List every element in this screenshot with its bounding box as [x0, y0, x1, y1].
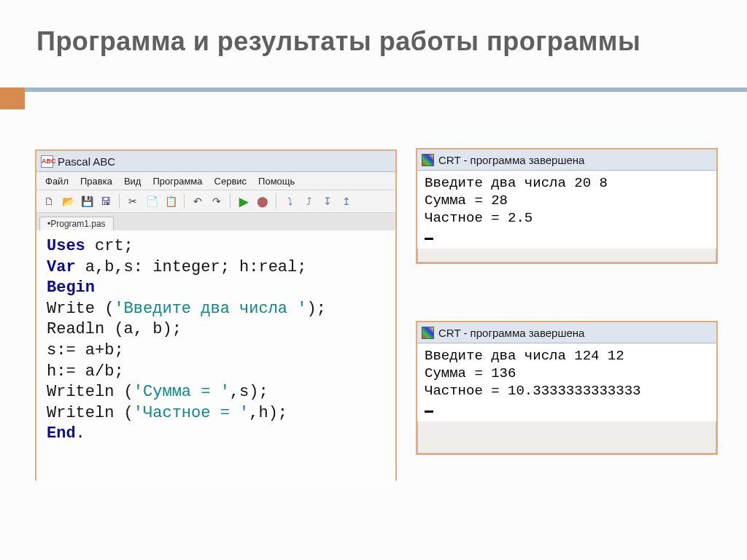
- abc-icon: ABC: [41, 155, 53, 168]
- toolbar: 🗋 📂 💾 🖫 ✂ 📄 📋 ↶ ↷ ▶ ⬤ ⤵ ⤴ ↧ ↥: [36, 190, 395, 213]
- page-title: Программа и результаты работы программы: [36, 26, 718, 57]
- run-icon[interactable]: ▶: [236, 193, 252, 209]
- undo-icon[interactable]: ↶: [190, 193, 206, 209]
- step-icon[interactable]: ⤵: [282, 193, 298, 209]
- crt-icon: [422, 327, 434, 339]
- menu-help[interactable]: Помощь: [252, 174, 301, 188]
- crt-window-1: CRT - программа завершена Введите два чи…: [416, 148, 718, 264]
- crt-icon: [422, 154, 434, 166]
- menu-program[interactable]: Программа: [147, 174, 208, 188]
- crt-window-2: CRT - программа завершена Введите два чи…: [416, 321, 718, 455]
- new-icon[interactable]: 🗋: [41, 193, 57, 209]
- menu-file[interactable]: Файл: [39, 174, 74, 188]
- crt2-titlebar: CRT - программа завершена: [417, 322, 716, 343]
- crt1-output: Введите два числа 20 8 Сумма = 28 Частно…: [417, 171, 716, 249]
- menu-edit[interactable]: Правка: [74, 174, 118, 188]
- tabbar: •Program1.pas: [36, 213, 395, 230]
- copy-icon[interactable]: 📄: [144, 193, 160, 209]
- ide-title: Pascal ABC: [58, 155, 115, 168]
- stop-icon[interactable]: ⬤: [255, 193, 271, 209]
- menubar: Файл Правка Вид Программа Сервис Помощь: [36, 172, 395, 190]
- ide-titlebar: ABC Pascal ABC: [36, 151, 395, 172]
- menu-view[interactable]: Вид: [118, 174, 147, 188]
- crt2-output: Введите два числа 124 12 Сумма = 136 Час…: [417, 343, 716, 421]
- accent-horizontal: [25, 88, 747, 92]
- editor-tab[interactable]: •Program1.pas: [39, 217, 114, 230]
- step-into-icon[interactable]: ↧: [320, 193, 336, 209]
- cut-icon[interactable]: ✂: [125, 193, 141, 209]
- crt1-title: CRT - программа завершена: [438, 154, 584, 166]
- toolbar-separator: [230, 194, 231, 209]
- crt2-title: CRT - программа завершена: [438, 327, 584, 339]
- accent-vertical: [0, 88, 25, 109]
- code-editor[interactable]: Uses crt; Var a,b,s: integer; h:real; Be…: [36, 230, 395, 490]
- save-all-icon[interactable]: 🖫: [98, 193, 114, 209]
- open-icon[interactable]: 📂: [60, 193, 76, 209]
- toolbar-separator: [119, 194, 120, 209]
- paste-icon[interactable]: 📋: [163, 193, 179, 209]
- toolbar-separator: [184, 194, 185, 209]
- step-out-icon[interactable]: ↥: [338, 193, 355, 209]
- menu-service[interactable]: Сервис: [209, 174, 253, 188]
- toolbar-separator: [276, 194, 276, 209]
- save-icon[interactable]: 💾: [79, 193, 95, 209]
- step-over-icon[interactable]: ⤴: [301, 193, 317, 209]
- crt1-titlebar: CRT - программа завершена: [417, 149, 716, 171]
- redo-icon[interactable]: ↷: [209, 193, 225, 209]
- ide-window: ABC Pascal ABC Файл Правка Вид Программа…: [35, 149, 397, 481]
